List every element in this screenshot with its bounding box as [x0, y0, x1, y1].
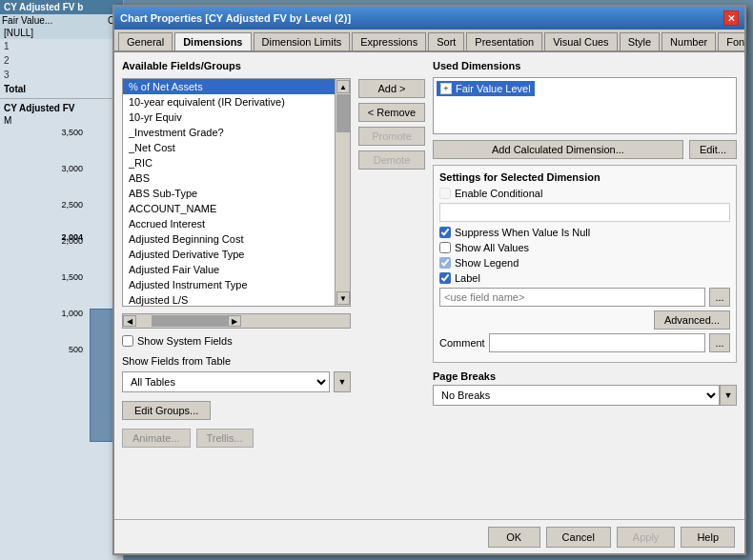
used-dimensions-box: + Fair Value Level	[433, 77, 737, 134]
show-all-values-row: Show All Values	[439, 242, 730, 253]
field-item[interactable]: ABS	[123, 170, 335, 186]
comment-label: Comment	[439, 337, 485, 349]
h-scroll-thumb[interactable]	[152, 315, 228, 327]
bg-total: Total	[0, 82, 123, 96]
help-button[interactable]: Help	[681, 527, 735, 548]
fields-list[interactable]: % of Net Assets 10-year equivalent (IR D…	[123, 79, 350, 306]
field-item[interactable]: _RIC	[123, 155, 335, 170]
enable-conditional-checkbox[interactable]	[439, 188, 451, 199]
bg-row3: 3	[0, 68, 123, 82]
field-item[interactable]: ABS Sub-Type	[123, 186, 335, 201]
page-breaks-label: Page Breaks	[433, 370, 737, 382]
scroll-thumb[interactable]	[336, 94, 350, 132]
settings-title: Settings for Selected Dimension	[439, 171, 730, 183]
tab-dimension-limits[interactable]: Dimension Limits	[254, 32, 351, 50]
advanced-row: Advanced...	[439, 310, 730, 330]
bg-row1: 1	[0, 39, 123, 53]
edit-button[interactable]: Edit...	[689, 140, 737, 159]
enable-conditional-row: Enable Conditional	[439, 188, 730, 199]
tab-number[interactable]: Number	[661, 32, 716, 50]
dialog-titlebar: Chart Properties [CY Adjusted FV by Leve…	[114, 7, 744, 30]
horizontal-scrollbar[interactable]: ◀ ▶	[122, 313, 351, 329]
left-panel: Available Fields/Groups % of Net Assets …	[122, 60, 351, 515]
field-item[interactable]: Adjusted Instrument Type	[123, 277, 335, 292]
remove-button[interactable]: < Remove	[358, 103, 425, 122]
advanced-button[interactable]: Advanced...	[654, 310, 730, 330]
field-item[interactable]: _Investment Grade?	[123, 125, 335, 140]
page-breaks-section: Page Breaks No Breaks ▼	[433, 370, 737, 406]
label-checkbox[interactable]	[439, 272, 451, 284]
tab-style[interactable]: Style	[620, 32, 660, 50]
animate-button[interactable]: Animate...	[122, 429, 191, 448]
cancel-button[interactable]: Cancel	[546, 527, 611, 548]
add-calculated-dimension-button[interactable]: Add Calculated Dimension...	[433, 140, 683, 159]
tab-presentation[interactable]: Presentation	[466, 32, 542, 50]
add-button[interactable]: Add >	[358, 79, 425, 98]
show-system-fields-checkbox[interactable]	[122, 335, 133, 347]
right-panel: Used Dimensions + Fair Value Level Add C…	[433, 60, 737, 515]
tab-general[interactable]: General	[118, 32, 173, 50]
suppress-null-label: Suppress When Value Is Null	[455, 227, 590, 238]
field-item[interactable]: Adjusted Fair Value	[123, 262, 335, 277]
tab-font[interactable]: Font	[718, 32, 744, 50]
used-dimensions-label: Used Dimensions	[433, 60, 737, 71]
label-row: Label	[439, 272, 730, 284]
show-system-fields-row: Show System Fields	[122, 335, 351, 347]
apply-button[interactable]: Apply	[617, 527, 676, 548]
show-all-values-label: Show All Values	[455, 242, 529, 253]
tab-sort[interactable]: Sort	[428, 32, 464, 50]
page-breaks-dropdown[interactable]: No Breaks	[433, 385, 720, 406]
field-item[interactable]: Adjusted L/S	[123, 292, 335, 306]
field-item[interactable]: _Net Cost	[123, 140, 335, 155]
background-chart: CY Adjusted FV b Fair Value... CY [NULL]…	[0, 0, 124, 560]
show-legend-row: Show Legend	[439, 257, 730, 269]
bg-chart-title: CY Adjusted FV b	[0, 0, 123, 14]
field-item[interactable]: Adjusted Beginning Cost	[123, 231, 335, 247]
close-button[interactable]: ✕	[723, 10, 739, 26]
bg-chart-label: CY Adjusted FV	[0, 101, 123, 115]
promote-button[interactable]: Promote	[358, 127, 425, 146]
table-dropdown[interactable]: All Tables	[122, 371, 330, 392]
field-item[interactable]: Accrued Interest	[123, 216, 335, 231]
field-name-ellipsis-button[interactable]: ...	[709, 288, 730, 307]
tab-dimensions[interactable]: Dimensions	[174, 32, 251, 52]
label-label: Label	[455, 272, 480, 284]
demote-button[interactable]: Demote	[358, 150, 425, 170]
use-field-name-row: ...	[439, 288, 730, 307]
show-legend-checkbox[interactable]	[439, 257, 451, 269]
field-item[interactable]: ACCOUNT_NAME	[123, 201, 335, 216]
show-legend-label: Show Legend	[455, 257, 519, 269]
chart-properties-dialog: Chart Properties [CY Adjusted FV by Leve…	[112, 5, 746, 555]
tabs-bar: General Dimensions Dimension Limits Expr…	[114, 30, 744, 52]
scroll-down-button[interactable]: ▼	[336, 291, 350, 305]
page-breaks-arrow[interactable]: ▼	[720, 385, 737, 406]
scroll-up-button[interactable]: ▲	[336, 80, 350, 93]
available-fields-label: Available Fields/Groups	[122, 60, 351, 71]
fields-list-container: % of Net Assets 10-year equivalent (IR D…	[122, 78, 351, 307]
suppress-null-checkbox[interactable]	[439, 227, 451, 238]
used-dim-item-label: Fair Value Level	[456, 83, 531, 94]
trellis-button[interactable]: Trellis...	[196, 429, 254, 448]
dialog-content: Available Fields/Groups % of Net Assets …	[114, 52, 744, 523]
field-item[interactable]: 10-year equivalent (IR Derivative)	[123, 94, 335, 110]
edit-groups-button[interactable]: Edit Groups...	[122, 401, 211, 420]
comment-ellipsis-button[interactable]: ...	[709, 333, 730, 352]
y-label-2000: 2,000	[61, 236, 83, 246]
comment-input[interactable]	[489, 333, 705, 352]
field-item[interactable]: % of Net Assets	[123, 79, 335, 94]
use-field-name-input[interactable]	[439, 288, 705, 307]
tab-visual-cues[interactable]: Visual Cues	[544, 32, 618, 50]
scroll-right-button[interactable]: ▶	[228, 315, 241, 327]
vertical-scrollbar[interactable]: ▲ ▼	[335, 79, 350, 306]
tab-expressions[interactable]: Expressions	[352, 32, 426, 50]
table-dropdown-arrow[interactable]: ▼	[334, 371, 351, 392]
used-dim-item[interactable]: + Fair Value Level	[437, 81, 535, 96]
ok-button[interactable]: OK	[488, 527, 540, 548]
comment-row: Comment ...	[439, 333, 730, 352]
field-item[interactable]: 10-yr Equiv	[123, 110, 335, 125]
expand-icon[interactable]: +	[440, 83, 452, 94]
scroll-left-button[interactable]: ◀	[123, 315, 136, 327]
field-item[interactable]: Adjusted Derivative Type	[123, 247, 335, 262]
show-all-values-checkbox[interactable]	[439, 242, 451, 253]
y-label-1500: 1,500	[61, 272, 83, 282]
